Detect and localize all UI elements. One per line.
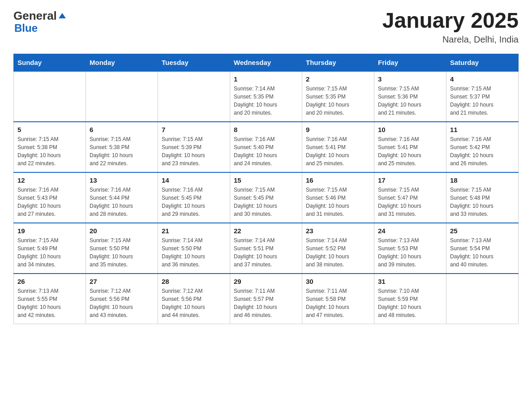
calendar-cell: 3Sunrise: 7:15 AMSunset: 5:36 PMDaylight… [374,71,446,122]
day-number: 8 [234,126,298,133]
calendar-cell: 8Sunrise: 7:16 AMSunset: 5:40 PMDaylight… [230,122,302,172]
calendar-week-3: 12Sunrise: 7:16 AMSunset: 5:43 PMDayligh… [14,172,519,223]
calendar-cell [158,71,230,122]
calendar-cell: 27Sunrise: 7:12 AMSunset: 5:56 PMDayligh… [86,274,158,324]
day-header-wednesday: Wednesday [230,54,302,71]
day-number: 4 [450,75,515,83]
calendar-cell: 19Sunrise: 7:15 AMSunset: 5:49 PMDayligh… [14,223,86,274]
day-number: 18 [450,176,515,184]
day-info: Sunrise: 7:10 AMSunset: 5:59 PMDaylight:… [378,287,442,319]
day-number: 5 [17,126,82,133]
day-header-friday: Friday [374,54,446,71]
day-info: Sunrise: 7:15 AMSunset: 5:38 PMDaylight:… [17,135,82,167]
day-number: 24 [378,227,442,235]
calendar-cell: 21Sunrise: 7:14 AMSunset: 5:50 PMDayligh… [158,223,230,274]
calendar-cell: 6Sunrise: 7:15 AMSunset: 5:38 PMDaylight… [86,122,158,172]
calendar-cell: 11Sunrise: 7:16 AMSunset: 5:42 PMDayligh… [446,122,519,172]
calendar-table: SundayMondayTuesdayWednesdayThursdayFrid… [13,54,519,324]
day-info: Sunrise: 7:15 AMSunset: 5:36 PMDaylight:… [378,85,442,117]
day-header-tuesday: Tuesday [158,54,230,71]
day-number: 28 [162,278,226,285]
day-number: 27 [90,278,154,285]
day-info: Sunrise: 7:13 AMSunset: 5:53 PMDaylight:… [378,236,442,269]
calendar-cell: 31Sunrise: 7:10 AMSunset: 5:59 PMDayligh… [374,274,446,324]
calendar-cell: 10Sunrise: 7:16 AMSunset: 5:41 PMDayligh… [374,122,446,172]
day-number: 15 [234,176,298,184]
day-info: Sunrise: 7:14 AMSunset: 5:52 PMDaylight:… [306,236,370,269]
days-of-week-row: SundayMondayTuesdayWednesdayThursdayFrid… [14,54,519,71]
calendar-title: January 2025 [382,9,519,33]
day-number: 23 [306,227,370,235]
day-info: Sunrise: 7:11 AMSunset: 5:58 PMDaylight:… [306,287,370,319]
day-number: 31 [378,278,442,285]
day-number: 3 [378,75,442,83]
day-info: Sunrise: 7:15 AMSunset: 5:48 PMDaylight:… [450,186,515,218]
calendar-cell: 7Sunrise: 7:15 AMSunset: 5:39 PMDaylight… [158,122,230,172]
calendar-cell: 26Sunrise: 7:13 AMSunset: 5:55 PMDayligh… [14,274,86,324]
calendar-week-4: 19Sunrise: 7:15 AMSunset: 5:49 PMDayligh… [14,223,519,274]
day-number: 12 [17,176,82,184]
logo: General Blue [13,9,67,34]
logo-arrow-icon [58,12,67,21]
svg-marker-0 [59,13,66,18]
calendar-cell: 15Sunrise: 7:15 AMSunset: 5:45 PMDayligh… [230,172,302,223]
page-header: General Blue January 2025 Narela, Delhi,… [13,9,519,45]
day-number: 9 [306,126,370,133]
calendar-cell: 29Sunrise: 7:11 AMSunset: 5:57 PMDayligh… [230,274,302,324]
day-number: 14 [162,176,226,184]
logo-blue-text: Blue [14,22,38,34]
calendar-week-5: 26Sunrise: 7:13 AMSunset: 5:55 PMDayligh… [14,274,519,324]
day-number: 29 [234,278,298,285]
day-number: 26 [17,278,82,285]
day-info: Sunrise: 7:11 AMSunset: 5:57 PMDaylight:… [234,287,298,319]
day-info: Sunrise: 7:15 AMSunset: 5:37 PMDaylight:… [450,85,515,117]
day-info: Sunrise: 7:16 AMSunset: 5:41 PMDaylight:… [306,135,370,167]
calendar-body: 1Sunrise: 7:14 AMSunset: 5:35 PMDaylight… [14,71,519,324]
day-info: Sunrise: 7:13 AMSunset: 5:55 PMDaylight:… [17,287,82,319]
calendar-cell [446,274,519,324]
calendar-cell [14,71,86,122]
day-info: Sunrise: 7:15 AMSunset: 5:39 PMDaylight:… [162,135,226,167]
day-number: 17 [378,176,442,184]
day-info: Sunrise: 7:12 AMSunset: 5:56 PMDaylight:… [162,287,226,319]
calendar-cell [86,71,158,122]
day-number: 20 [90,227,154,235]
calendar-cell: 20Sunrise: 7:15 AMSunset: 5:50 PMDayligh… [86,223,158,274]
day-info: Sunrise: 7:15 AMSunset: 5:35 PMDaylight:… [306,85,370,117]
calendar-cell: 30Sunrise: 7:11 AMSunset: 5:58 PMDayligh… [302,274,374,324]
day-info: Sunrise: 7:14 AMSunset: 5:51 PMDaylight:… [234,236,298,269]
day-number: 30 [306,278,370,285]
calendar-subtitle: Narela, Delhi, India [382,34,519,45]
day-info: Sunrise: 7:16 AMSunset: 5:40 PMDaylight:… [234,135,298,167]
day-info: Sunrise: 7:16 AMSunset: 5:45 PMDaylight:… [162,186,226,218]
day-number: 19 [17,227,82,235]
calendar-cell: 13Sunrise: 7:16 AMSunset: 5:44 PMDayligh… [86,172,158,223]
day-number: 10 [378,126,442,133]
day-info: Sunrise: 7:16 AMSunset: 5:43 PMDaylight:… [17,186,82,218]
day-info: Sunrise: 7:15 AMSunset: 5:47 PMDaylight:… [378,186,442,218]
logo-general-text: General [13,9,57,23]
day-info: Sunrise: 7:12 AMSunset: 5:56 PMDaylight:… [90,287,154,319]
day-header-sunday: Sunday [14,54,86,71]
day-info: Sunrise: 7:15 AMSunset: 5:49 PMDaylight:… [17,236,82,269]
calendar-cell: 17Sunrise: 7:15 AMSunset: 5:47 PMDayligh… [374,172,446,223]
day-info: Sunrise: 7:14 AMSunset: 5:50 PMDaylight:… [162,236,226,269]
calendar-cell: 2Sunrise: 7:15 AMSunset: 5:35 PMDaylight… [302,71,374,122]
calendar-cell: 14Sunrise: 7:16 AMSunset: 5:45 PMDayligh… [158,172,230,223]
day-header-monday: Monday [86,54,158,71]
day-info: Sunrise: 7:13 AMSunset: 5:54 PMDaylight:… [450,236,515,269]
day-info: Sunrise: 7:15 AMSunset: 5:38 PMDaylight:… [90,135,154,167]
day-info: Sunrise: 7:16 AMSunset: 5:41 PMDaylight:… [378,135,442,167]
day-info: Sunrise: 7:14 AMSunset: 5:35 PMDaylight:… [234,85,298,117]
calendar-cell: 4Sunrise: 7:15 AMSunset: 5:37 PMDaylight… [446,71,519,122]
day-header-saturday: Saturday [446,54,519,71]
calendar-cell: 9Sunrise: 7:16 AMSunset: 5:41 PMDaylight… [302,122,374,172]
calendar-cell: 23Sunrise: 7:14 AMSunset: 5:52 PMDayligh… [302,223,374,274]
day-number: 2 [306,75,370,83]
day-number: 11 [450,126,515,133]
day-number: 13 [90,176,154,184]
calendar-cell: 28Sunrise: 7:12 AMSunset: 5:56 PMDayligh… [158,274,230,324]
calendar-cell: 16Sunrise: 7:15 AMSunset: 5:46 PMDayligh… [302,172,374,223]
day-number: 7 [162,126,226,133]
calendar-cell: 1Sunrise: 7:14 AMSunset: 5:35 PMDaylight… [230,71,302,122]
